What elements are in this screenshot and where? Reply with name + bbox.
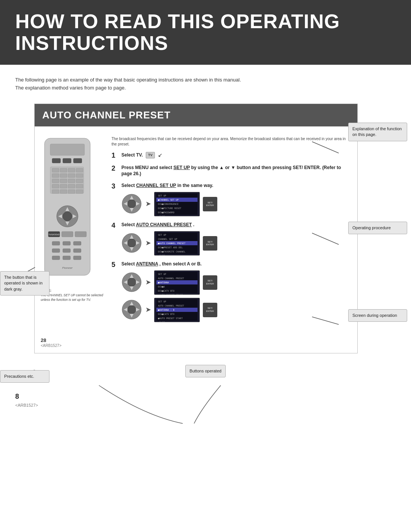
intro-line1: The following page is an example of the …: [15, 76, 396, 84]
svg-point-53: [127, 239, 136, 247]
menu-line-highlighted: ■ANTENNA: [156, 280, 198, 284]
menu-line: SET UP: [156, 299, 198, 304]
set-enter-button-2: SET/ENTER: [203, 236, 217, 251]
buttons-operated-callout-box: Buttons operated: [185, 365, 226, 377]
step-5-screen-a-inner: SET UP AUTO CHANNEL PRESET ■ANTENNA DCW■…: [156, 272, 198, 293]
svg-rect-23: [63, 256, 70, 260]
step-1: 1 Select TV. TV ↙: [112, 152, 351, 159]
screen-during-operation-text: Screen during operation: [352, 313, 397, 318]
svg-rect-36: [68, 179, 75, 183]
footer-arb-code: <ARB1527>: [15, 403, 38, 407]
step-5-arrow-b: ➤: [145, 305, 151, 315]
menu-line: SET UP: [156, 193, 198, 198]
svg-rect-18: [73, 241, 81, 245]
step-3-screen: SET UP ■CHANNEL SET UP DCW■CONVERGENCE D…: [154, 192, 200, 216]
menu-line-highlighted: ■AUTO CHANNEL PRESET: [156, 241, 198, 245]
svg-rect-4: [73, 158, 82, 163]
tv-button-icon: TV: [146, 152, 155, 158]
button-operated-callout-box: The button that is operated is shown in …: [0, 271, 49, 296]
steps-column: The broadcast frequencies that can be re…: [112, 136, 351, 328]
svg-rect-34: [52, 179, 59, 183]
inner-page-number: 28: [41, 337, 46, 343]
svg-point-47: [127, 200, 136, 208]
page-footer: 8 <ARB1527>: [0, 389, 411, 416]
svg-rect-3: [63, 158, 71, 163]
menu-line: CHANNEL SET UP: [156, 237, 198, 241]
svg-rect-45: [76, 190, 83, 193]
step-5-dpad-a: [121, 272, 142, 293]
svg-rect-2: [52, 158, 61, 163]
svg-point-7: [63, 212, 72, 221]
menu-line: DCW■A: [156, 284, 198, 289]
menu-line: DCW■CONVERGENCE: [156, 202, 198, 206]
buttons-operated-text: Buttons operated: [190, 369, 221, 373]
screen-during-operation-callout: Screen during operation: [348, 309, 407, 322]
step-2-content: Press MENU and select SET UP by using th…: [121, 165, 351, 177]
menu-line: ■AUTO PRESET START: [156, 316, 198, 320]
step-3-dpad: [121, 193, 142, 214]
step-4-screen-inner: SET UP CHANNEL SET UP ■AUTO CHANNEL PRES…: [156, 233, 198, 254]
svg-rect-21: [73, 249, 81, 252]
button-operated-callout: The button that is operated is shown in …: [0, 271, 49, 296]
svg-text:Pioneer: Pioneer: [62, 266, 73, 270]
inner-arb-code: <ARB1527>: [41, 343, 62, 348]
svg-point-59: [127, 278, 136, 286]
menu-line: SET UP: [156, 272, 198, 276]
step-5-content: Select ANTENNA , then select A or B.: [121, 261, 351, 322]
svg-rect-13: [62, 232, 73, 237]
step-4-content: Select AUTO CHANNEL PRESET . ➤: [121, 222, 351, 256]
svg-rect-35: [60, 179, 67, 183]
set-enter-button-3: SET/ENTER: [203, 275, 217, 290]
svg-rect-33: [76, 174, 83, 177]
step-4-screen-block: ➤ SET UP CHANNEL SET UP ■AUTO CHANNEL PR…: [121, 231, 351, 256]
menu-line: ■EXIT: [156, 320, 198, 322]
svg-rect-42: [52, 190, 59, 193]
step-5-arrow-a: ➤: [145, 278, 151, 287]
step-5-text: Select ANTENNA , then select A or B.: [121, 261, 202, 267]
set-enter-button-4: SET/ENTER: [203, 303, 217, 317]
page-title: HOW TO READ THIS OPERATING INSTRUCTIONS: [15, 11, 396, 54]
menu-line: DCW■PICTURE RESET: [156, 206, 198, 210]
svg-rect-28: [68, 168, 75, 172]
explanation-callout-text: Explanation of the function on this page…: [352, 126, 402, 137]
menu-line: DCW■PASSWORD: [156, 210, 198, 214]
step-4-screen: SET UP CHANNEL SET UP ■AUTO CHANNEL PRES…: [154, 231, 200, 256]
precautions-callout: Precautions etc.: [0, 370, 49, 383]
step-2-number: 2: [112, 165, 119, 172]
svg-rect-1: [50, 144, 84, 155]
svg-rect-41: [76, 184, 83, 188]
step-5-screen-b-inner: SET UP AUTO CHANNEL PRESET ■ANTENNA : B …: [156, 299, 198, 321]
menu-line: ■EXIT: [156, 214, 198, 216]
svg-rect-30: [52, 174, 59, 177]
svg-rect-19: [52, 249, 60, 252]
note-text: NOTE: The CHANNEL SET UP cannot be selec…: [41, 288, 105, 302]
svg-rect-37: [76, 179, 83, 183]
svg-rect-22: [52, 256, 60, 260]
step-1-number: 1: [112, 152, 119, 159]
svg-rect-16: [52, 241, 60, 245]
step-5-dpad-b: [121, 299, 142, 320]
precautions-callout-box: Precautions etc.: [0, 370, 49, 383]
svg-rect-43: [60, 190, 67, 193]
set-enter-button: SET/ENTER: [203, 197, 217, 211]
note-content: The CHANNEL SET UP cannot be selected un…: [41, 293, 103, 302]
footer-page-number: 8: [15, 393, 19, 400]
step-4-text: Select AUTO CHANNEL PRESET .: [121, 222, 194, 227]
remote-control-image: TV/SAT/DVD Pioneer: [41, 136, 94, 285]
svg-rect-24: [73, 256, 81, 260]
inner-page-title: AUTO CHANNEL PRESET: [42, 109, 350, 121]
step-5-screen-a-block: ➤ SET UP AUTO CHANNEL PRESET ■ANTENNA DC…: [121, 270, 351, 295]
operating-procedure-callout: Operating procedure: [348, 222, 407, 234]
svg-rect-29: [76, 168, 83, 172]
svg-rect-44: [68, 190, 75, 193]
svg-rect-17: [63, 241, 70, 245]
menu-line: AUTO CHANNEL PRESET: [156, 304, 198, 308]
svg-text:TV/SAT/DVD: TV/SAT/DVD: [48, 233, 59, 236]
inner-page-bottom: 28 <ARB1527>: [35, 335, 357, 353]
screen-during-operation-callout-box: Screen during operation: [348, 309, 407, 322]
svg-rect-39: [60, 184, 67, 188]
svg-point-65: [127, 305, 136, 314]
steps-description: The broadcast frequencies that can be re…: [112, 136, 351, 147]
step-3-screen-block: ➤ SET UP ■CHANNEL SET UP DCW■CONVERGENCE…: [121, 192, 351, 216]
step-3-content: Select CHANNEL SET UP in the same way.: [121, 182, 351, 216]
